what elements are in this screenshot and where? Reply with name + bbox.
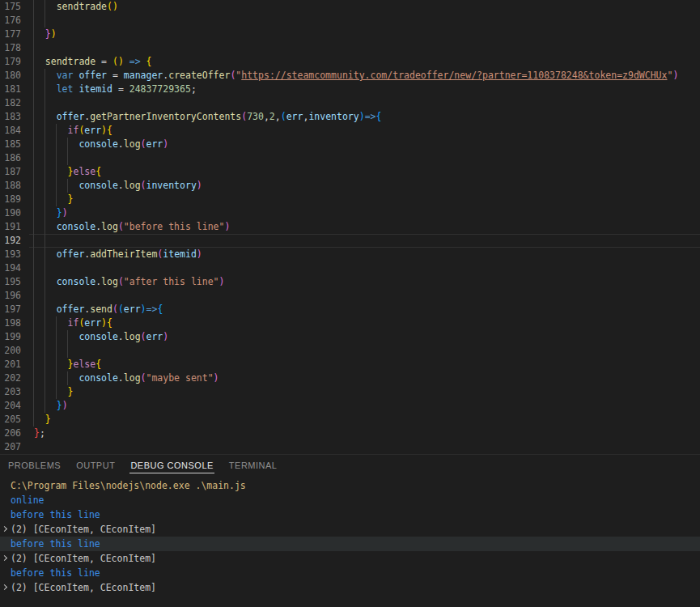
line-number[interactable]: 204 (0, 399, 21, 413)
indent-guide-line (45, 96, 45, 110)
line-number[interactable]: 175 (0, 0, 21, 14)
line-number[interactable]: 188 (0, 179, 21, 193)
code-line[interactable]: 207 (0, 440, 700, 454)
tab-terminal[interactable]: TERMINAL (228, 457, 278, 473)
line-number[interactable]: 187 (0, 165, 21, 179)
line-number[interactable]: 200 (0, 344, 21, 358)
code-line[interactable]: 197offer.send((err)=>{ (0, 303, 700, 316)
line-number[interactable]: 194 (0, 261, 21, 275)
code-line[interactable]: 186 (0, 151, 700, 165)
code-line[interactable]: 191console.log("before this line") (0, 220, 700, 234)
indent-guide-line (45, 261, 45, 275)
line-number[interactable]: 186 (0, 151, 21, 165)
console-row-text: (2) [CEconItem, CEconItem] (11, 553, 156, 564)
code-line[interactable]: 182 (0, 96, 700, 110)
line-number[interactable]: 195 (0, 275, 21, 289)
code-line-text: }; (34, 427, 45, 440)
code-token: { (146, 56, 152, 67)
code-line[interactable]: 200 (0, 344, 700, 358)
console-row[interactable]: (2) [CEconItem, CEconItem] (0, 522, 700, 537)
code-line[interactable]: 176 (0, 14, 700, 28)
code-token: if (68, 317, 79, 329)
code-line[interactable]: 179sendtrade = () => { (0, 55, 700, 69)
code-line[interactable]: 206}; (0, 427, 700, 440)
expand-chevron-icon[interactable] (2, 526, 7, 532)
line-number[interactable]: 180 (0, 69, 21, 83)
code-token: ) (197, 180, 202, 191)
code-line-text: if(err){ (34, 316, 112, 330)
code-line[interactable]: 195console.log("after this line") (0, 275, 700, 289)
console-row[interactable]: (2) [CEconItem, CEconItem] (0, 551, 700, 566)
line-number[interactable]: 178 (0, 41, 21, 55)
code-line[interactable]: 198if(err){ (0, 316, 700, 330)
tab-output[interactable]: OUTPUT (75, 457, 116, 473)
code-token: offer (57, 304, 85, 315)
code-line[interactable]: 183offer.getPartnerInventoryContents(730… (0, 110, 700, 124)
code-line[interactable]: 204}) (0, 399, 700, 413)
code-line[interactable]: 201}else{ (0, 358, 700, 371)
line-number[interactable]: 199 (0, 330, 21, 344)
code-line[interactable]: 185console.log(err) (0, 138, 700, 151)
code-token: offer (57, 248, 85, 260)
code-line[interactable]: 193offer.addTheirItem(itemid) (0, 248, 700, 261)
line-number[interactable]: 184 (0, 124, 21, 138)
code-line[interactable]: 189} (0, 193, 700, 206)
code-line[interactable]: 190}) (0, 206, 700, 220)
console-row[interactable]: (2) [CEconItem, CEconItem] (0, 580, 700, 595)
code-token: => (365, 111, 376, 122)
code-token: { (107, 125, 112, 136)
tab-debug-console[interactable]: DEBUG CONSOLE (129, 457, 214, 473)
line-number[interactable]: 190 (0, 206, 21, 220)
line-number[interactable]: 191 (0, 220, 21, 234)
code-line[interactable]: 184if(err){ (0, 124, 700, 138)
code-line-text: var offer = manager.createOffer("https:/… (34, 69, 678, 83)
code-line-text: console.log("before this line") (34, 220, 230, 234)
code-line[interactable]: 202console.log("maybe sent") (0, 371, 700, 385)
expand-chevron-icon[interactable] (2, 584, 7, 590)
code-line[interactable]: 180var offer = manager.createOffer("http… (0, 69, 700, 83)
code-line[interactable]: 199console.log(err) (0, 330, 700, 344)
line-number[interactable]: 189 (0, 193, 21, 206)
code-token: , (264, 111, 269, 122)
line-number[interactable]: 192 (0, 234, 21, 248)
code-line[interactable]: 196 (0, 289, 700, 303)
line-number[interactable]: 205 (0, 413, 21, 427)
code-line[interactable]: 187}else{ (0, 165, 700, 179)
code-line[interactable]: 178 (0, 41, 700, 55)
line-number[interactable]: 207 (0, 440, 21, 454)
line-number[interactable]: 185 (0, 138, 21, 151)
expand-chevron-icon[interactable] (2, 555, 7, 561)
line-number[interactable]: 179 (0, 55, 21, 69)
code-line[interactable]: 203} (0, 385, 700, 399)
line-number[interactable]: 196 (0, 289, 21, 303)
line-number[interactable]: 197 (0, 303, 21, 316)
code-token: var (57, 70, 74, 81)
code-line[interactable]: 175sendtrade() (0, 0, 700, 14)
indent-guide-line (45, 289, 45, 303)
debug-console-output[interactable]: C:\Program Files\nodejs\node.exe .\main.… (0, 475, 700, 595)
indent-guide-line (33, 96, 34, 110)
line-number[interactable]: 176 (0, 14, 21, 28)
line-number[interactable]: 193 (0, 248, 21, 261)
code-editor[interactable]: 175sendtrade()176177})178179sendtrade = … (0, 0, 700, 454)
line-number[interactable]: 201 (0, 358, 21, 371)
code-line-text: offer.send((err)=>{ (34, 303, 163, 316)
line-number[interactable]: 198 (0, 316, 21, 330)
line-number[interactable]: 183 (0, 110, 21, 124)
code-line[interactable]: 192 (0, 234, 700, 248)
code-line[interactable]: 188console.log(inventory) (0, 179, 700, 193)
line-number[interactable]: 182 (0, 96, 21, 110)
line-number[interactable]: 206 (0, 427, 21, 440)
code-line-text: }) (34, 399, 68, 413)
code-line[interactable]: 181let itemid = 24837729365; (0, 83, 700, 96)
code-token: ( (112, 56, 118, 67)
code-line[interactable]: 205} (0, 413, 700, 427)
line-number[interactable]: 202 (0, 371, 21, 385)
line-number[interactable]: 181 (0, 83, 21, 96)
line-number[interactable]: 177 (0, 28, 21, 41)
code-line[interactable]: 194 (0, 261, 700, 275)
code-token: => (129, 56, 141, 67)
code-line[interactable]: 177}) (0, 28, 700, 41)
tab-problems[interactable]: PROBLEMS (7, 457, 62, 473)
line-number[interactable]: 203 (0, 385, 21, 399)
